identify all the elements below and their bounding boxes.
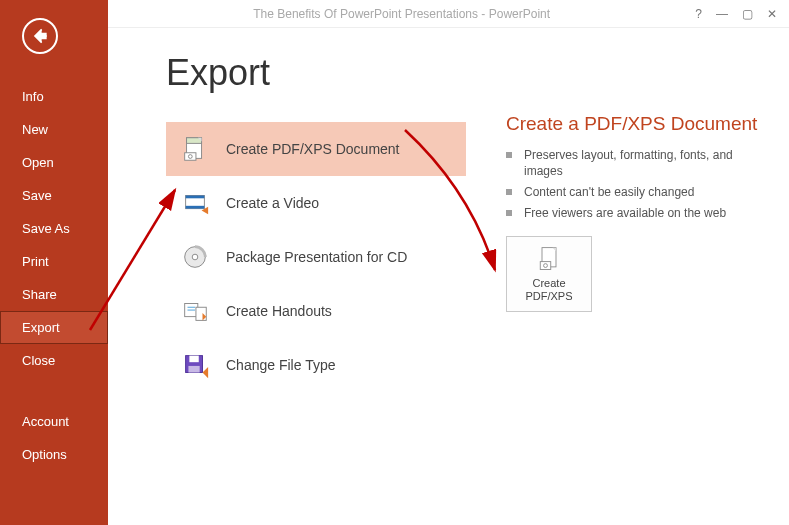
svg-rect-15 xyxy=(196,307,206,320)
export-option-label: Change File Type xyxy=(226,357,335,373)
export-options: Create PDF/XPS Document Create a Video P… xyxy=(166,122,466,392)
title-bar: The Benefits Of PowerPoint Presentations… xyxy=(0,0,789,28)
svg-rect-8 xyxy=(186,206,205,209)
page-title: Export xyxy=(166,52,466,94)
create-pdfxps-button[interactable]: Create PDF/XPS xyxy=(506,236,592,312)
video-icon xyxy=(180,188,210,218)
close-icon[interactable]: ✕ xyxy=(767,7,777,21)
sidebar-item-info[interactable]: Info xyxy=(0,80,108,113)
sidebar-item-share[interactable]: Share xyxy=(0,278,108,311)
export-option-video[interactable]: Create a Video xyxy=(166,176,466,230)
help-icon[interactable]: ? xyxy=(695,7,702,21)
export-option-package-cd[interactable]: Package Presentation for CD xyxy=(166,230,466,284)
sidebar-item-print[interactable]: Print xyxy=(0,245,108,278)
detail-bullet-list: Preserves layout, formatting, fonts, and… xyxy=(506,147,766,222)
sidebar-item-save[interactable]: Save xyxy=(0,179,108,212)
backstage-sidebar: Info New Open Save Save As Print Share E… xyxy=(0,0,108,525)
back-button[interactable] xyxy=(22,18,58,54)
svg-point-11 xyxy=(192,254,198,260)
minimize-icon[interactable]: — xyxy=(716,7,728,21)
svg-rect-7 xyxy=(186,196,205,199)
sidebar-item-account[interactable]: Account xyxy=(0,405,108,438)
window-title: The Benefits Of PowerPoint Presentations… xyxy=(108,7,695,21)
sidebar-item-options[interactable]: Options xyxy=(0,438,108,471)
export-option-label: Create a Video xyxy=(226,195,319,211)
detail-heading: Create a PDF/XPS Document xyxy=(506,112,766,137)
sidebar-nav: Info New Open Save Save As Print Share E… xyxy=(0,80,108,471)
svg-marker-20 xyxy=(203,367,209,378)
export-option-handouts[interactable]: Create Handouts xyxy=(166,284,466,338)
svg-rect-19 xyxy=(188,366,199,373)
sidebar-item-close[interactable]: Close xyxy=(0,344,108,377)
export-option-change-filetype[interactable]: Change File Type xyxy=(166,338,466,392)
pdf-document-icon xyxy=(180,134,210,164)
arrow-left-icon xyxy=(30,26,50,46)
button-label-line1: Create xyxy=(532,277,565,290)
detail-bullet: Preserves layout, formatting, fonts, and… xyxy=(506,147,766,181)
export-option-pdfxps[interactable]: Create PDF/XPS Document xyxy=(166,122,466,176)
sidebar-item-open[interactable]: Open xyxy=(0,146,108,179)
detail-panel: Create a PDF/XPS Document Preserves layo… xyxy=(506,52,766,525)
handouts-icon xyxy=(180,296,210,326)
main-content: Export Create PDF/XPS Document Create a … xyxy=(108,28,789,525)
svg-rect-18 xyxy=(189,356,198,363)
sidebar-item-save-as[interactable]: Save As xyxy=(0,212,108,245)
export-option-label: Create PDF/XPS Document xyxy=(226,141,400,157)
sidebar-item-new[interactable]: New xyxy=(0,113,108,146)
detail-bullet: Free viewers are available on the web xyxy=(506,205,766,222)
svg-rect-4 xyxy=(185,153,196,161)
save-as-icon xyxy=(180,350,210,380)
export-option-label: Package Presentation for CD xyxy=(226,249,407,265)
cd-icon xyxy=(180,242,210,272)
sidebar-item-export[interactable]: Export xyxy=(0,311,108,344)
detail-bullet: Content can't be easily changed xyxy=(506,184,766,201)
button-label-line2: PDF/XPS xyxy=(525,290,572,303)
pdf-document-icon xyxy=(535,245,563,273)
restore-icon[interactable]: ▢ xyxy=(742,7,753,21)
export-option-label: Create Handouts xyxy=(226,303,332,319)
svg-rect-23 xyxy=(540,261,551,269)
